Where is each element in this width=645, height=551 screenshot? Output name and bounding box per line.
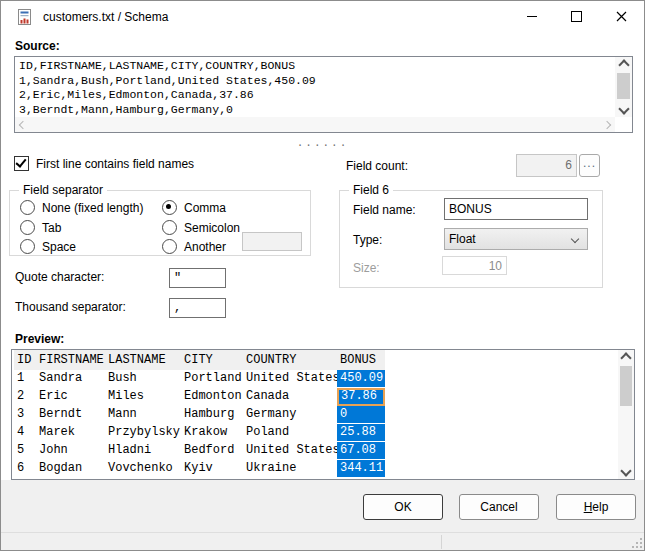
cell[interactable]: Vovchenko (105, 460, 181, 478)
first-line-checkbox[interactable]: First line contains field names (14, 156, 194, 171)
selected-cell[interactable]: 0 (337, 406, 385, 424)
another-separator-input[interactable] (242, 232, 302, 251)
cell[interactable]: Hamburg (181, 406, 243, 424)
selected-cell[interactable]: 67.08 (337, 442, 385, 460)
radio-comma-label: Comma (184, 201, 226, 215)
cell[interactable]: 5 (14, 442, 36, 460)
scroll-down-icon[interactable] (620, 465, 631, 476)
table-row[interactable]: 6 Bogdan Vovchenko Kyiv Ukraine 344.11 (12, 460, 385, 478)
thousand-separator-label: Thousand separator: (15, 300, 126, 314)
column-header[interactable]: FIRSTNAME (36, 350, 105, 370)
cell[interactable]: John (36, 442, 105, 460)
cell[interactable]: Sandra (36, 370, 105, 388)
thousand-separator-input[interactable]: , (169, 298, 226, 318)
scroll-down-icon[interactable] (618, 103, 629, 114)
radio-icon[interactable] (20, 239, 35, 254)
cancel-button[interactable]: Cancel (459, 494, 539, 520)
cell[interactable]: Marek (36, 424, 105, 442)
cell[interactable]: Przybylsky (105, 424, 181, 442)
radio-icon[interactable] (20, 220, 35, 235)
cell[interactable]: Poland (243, 424, 337, 442)
focused-cell[interactable]: 37.86 (337, 388, 385, 406)
radio-comma[interactable]: Comma (162, 200, 226, 215)
preview-scroll-thumb[interactable] (620, 366, 632, 406)
field-separator-group: Field separator None (fixed length) Tab … (9, 190, 311, 256)
radio-none-label: None (fixed length) (42, 201, 143, 215)
radio-semicolon[interactable]: Semicolon (162, 220, 240, 235)
app-icon (16, 8, 34, 26)
cell[interactable]: Miles (105, 388, 181, 406)
cell[interactable]: United States (243, 442, 337, 460)
table-row[interactable]: 5 John Hladni Bedford United States 67.0… (12, 442, 385, 460)
cell[interactable]: Bush (105, 370, 181, 388)
cell[interactable]: Edmonton (181, 388, 243, 406)
radio-tab[interactable]: Tab (20, 220, 61, 235)
table-row[interactable]: 3 Berndt Mann Hamburg Germany 0 (12, 406, 385, 424)
selected-cell[interactable]: 450.09 (337, 370, 385, 388)
field-count-label: Field count: (346, 159, 408, 173)
scroll-left-icon (19, 120, 27, 128)
table-row[interactable]: 4 Marek Przybylsky Krakow Poland 25.88 (12, 424, 385, 442)
column-header[interactable]: ID (14, 350, 36, 370)
field-count-more-button[interactable]: ... (579, 154, 600, 177)
cell[interactable]: 1 (14, 370, 36, 388)
preview-table[interactable]: ID FIRSTNAME LASTNAME CITY COUNTRY BONUS… (11, 349, 635, 480)
quote-character-input[interactable]: " (169, 268, 226, 288)
help-rest: elp (592, 500, 608, 514)
source-textarea[interactable]: ID,FIRSTNAME,LASTNAME,CITY,COUNTRY,BONUS… (14, 56, 633, 133)
column-header[interactable]: COUNTRY (243, 350, 337, 370)
source-vertical-scrollbar[interactable] (615, 57, 632, 117)
cell[interactable]: Kyiv (181, 460, 243, 478)
cell[interactable]: 3 (14, 406, 36, 424)
close-icon[interactable] (599, 1, 644, 32)
cell[interactable]: 2 (14, 388, 36, 406)
checkbox-checked-icon[interactable] (14, 156, 29, 171)
radio-space[interactable]: Space (20, 239, 76, 254)
scroll-up-icon[interactable] (620, 352, 631, 363)
radio-icon[interactable] (20, 200, 35, 215)
maximize-icon[interactable] (554, 1, 599, 32)
cell[interactable]: Canada (243, 388, 337, 406)
help-button[interactable]: Help (556, 494, 636, 520)
source-scroll-thumb[interactable] (617, 73, 630, 99)
resize-grip-icon[interactable] (632, 538, 642, 548)
column-header[interactable]: CITY (181, 350, 243, 370)
table-row[interactable]: 1 Sandra Bush Portland United States 450… (12, 370, 385, 388)
scroll-up-icon[interactable] (618, 59, 629, 70)
selected-cell[interactable]: 344.11 (337, 460, 385, 478)
cell[interactable]: Eric (36, 388, 105, 406)
radio-another[interactable]: Another (162, 239, 226, 254)
field-name-input[interactable]: BONUS (444, 198, 588, 220)
column-header[interactable]: LASTNAME (105, 350, 181, 370)
table-row[interactable]: 2 Eric Miles Edmonton Canada 37.86 (12, 388, 385, 406)
ok-button[interactable]: OK (363, 494, 443, 520)
cell[interactable]: Bedford (181, 442, 243, 460)
cell[interactable]: Ukraine (243, 460, 337, 478)
radio-selected-icon[interactable] (162, 200, 177, 215)
column-header[interactable]: BONUS (337, 350, 385, 370)
type-label: Type: (353, 233, 382, 247)
radio-none[interactable]: None (fixed length) (20, 200, 143, 215)
preview-vertical-scrollbar[interactable] (618, 350, 634, 479)
size-input[interactable]: 10 (442, 256, 507, 275)
radio-icon[interactable] (162, 239, 177, 254)
cell[interactable]: Krakow (181, 424, 243, 442)
minimize-icon[interactable] (509, 1, 554, 32)
radio-icon[interactable] (162, 220, 177, 235)
cell[interactable]: 6 (14, 460, 36, 478)
cell[interactable]: Mann (105, 406, 181, 424)
field-name-label: Field name: (353, 203, 416, 217)
cell[interactable]: Bogdan (36, 460, 105, 478)
source-horizontal-scrollbar[interactable] (15, 117, 615, 132)
cell[interactable]: Portland (181, 370, 243, 388)
cell[interactable]: Germany (243, 406, 337, 424)
cell[interactable]: Berndt (36, 406, 105, 424)
splitter-handle[interactable]: ...... (1, 137, 644, 149)
caption-buttons (509, 1, 644, 32)
cell[interactable]: 4 (14, 424, 36, 442)
cell[interactable]: United States (243, 370, 337, 388)
field-count-input[interactable]: 6 (516, 154, 577, 177)
selected-cell[interactable]: 25.88 (337, 424, 385, 442)
cell[interactable]: Hladni (105, 442, 181, 460)
type-combobox[interactable]: Float (444, 228, 588, 250)
